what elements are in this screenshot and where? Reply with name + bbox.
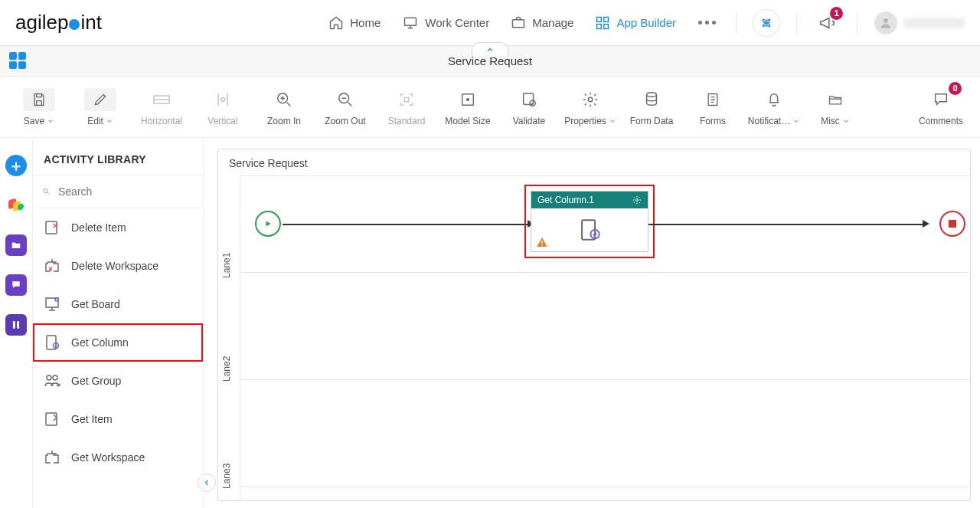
delete-item-icon — [43, 218, 61, 237]
main-area: ＋ ACTIVITY LIBRARY Delete Item Del — [0, 138, 980, 508]
comments-badge: 0 — [949, 82, 962, 95]
activity-library-sidebar: ACTIVITY LIBRARY Delete Item Delete Work… — [32, 138, 204, 508]
sidebar-search[interactable] — [33, 175, 203, 208]
search-input[interactable] — [57, 185, 194, 198]
sidebar-item-get-workspace[interactable]: Get Workspace — [33, 438, 203, 477]
tool-comments[interactable]: 0 Comments — [913, 82, 969, 133]
briefcase-icon — [511, 15, 526, 31]
database-icon — [643, 91, 660, 108]
canvas-title: Service Request — [229, 157, 308, 169]
svg-point-24 — [55, 298, 58, 301]
tool-misc[interactable]: Misc — [807, 82, 864, 133]
monitor-icon — [402, 15, 419, 31]
end-node[interactable] — [939, 211, 965, 237]
tool-properties[interactable]: Properties — [562, 82, 619, 133]
tool-edit-label: Edit — [87, 116, 103, 126]
sidebar-item-delete-workspace[interactable]: Delete Workspace — [33, 247, 203, 285]
svg-rect-3 — [604, 17, 609, 21]
collapse-titlebar[interactable] — [472, 42, 508, 56]
tool-validate[interactable]: Validate — [501, 82, 557, 133]
tool-zoomout[interactable]: Zoom Out — [317, 82, 374, 133]
tool-forms[interactable]: Forms — [684, 82, 741, 133]
tool-modelsize[interactable]: Model Size — [439, 82, 496, 133]
rail-folder[interactable] — [5, 234, 27, 256]
tool-zoomout-label: Zoom Out — [325, 116, 365, 126]
svg-rect-23 — [46, 298, 58, 307]
svg-rect-11 — [404, 97, 409, 102]
comment-icon — [932, 91, 950, 108]
svg-point-28 — [53, 375, 57, 380]
tool-misc-label: Misc — [821, 116, 840, 126]
sidebar-item-label: Get Column — [71, 336, 129, 349]
nav-workcenter[interactable]: Work Center — [402, 15, 489, 31]
user-menu[interactable] — [874, 11, 965, 34]
sidebar-item-get-board[interactable]: Get Board — [33, 285, 203, 323]
home-icon — [328, 15, 344, 31]
flow-connector — [283, 224, 529, 225]
sidebar-item-get-item[interactable]: Get Item — [33, 400, 203, 438]
nav-appbuilder[interactable]: App Builder — [595, 15, 676, 31]
bell-icon — [766, 91, 782, 108]
play-icon — [263, 219, 273, 228]
chevron-left-icon — [202, 478, 211, 487]
lane-separator — [240, 487, 970, 487]
dashboard-toggle[interactable] — [9, 52, 28, 69]
lane-label-3: Lane3 — [221, 464, 232, 489]
tool-standard: Standard — [378, 82, 435, 133]
chevron-down-icon — [609, 117, 616, 125]
tool-zoomin[interactable]: Zoom In — [256, 82, 312, 133]
nav-manage[interactable]: Manage — [511, 15, 573, 31]
tool-horizontal: Horizontal — [133, 82, 190, 133]
sidebar-item-get-group[interactable]: Get Group — [33, 362, 203, 400]
divider — [736, 12, 737, 34]
tool-formdata[interactable]: Form Data — [623, 82, 680, 133]
workspace-icon — [43, 448, 61, 467]
left-rail: ＋ — [0, 138, 32, 508]
svg-point-27 — [47, 375, 51, 380]
lane-labels: Lane1 Lane2 Lane3 — [218, 186, 240, 500]
apps-icon — [595, 15, 610, 31]
sidebar-list: Delete Item Delete Workspace Get Board G… — [33, 208, 203, 477]
top-nav: agilepint Home Work Center Manage App Bu… — [0, 0, 980, 46]
nav-workcenter-label: Work Center — [425, 16, 489, 29]
sidebar-title: ACTIVITY LIBRARY — [33, 138, 203, 175]
tool-edit[interactable]: Edit — [72, 82, 129, 133]
notification-badge: 1 — [830, 7, 843, 20]
rail-chat[interactable] — [5, 274, 27, 296]
svg-rect-1 — [513, 19, 524, 27]
gear-icon[interactable] — [632, 195, 642, 205]
lane-separator — [240, 175, 970, 176]
pinwheel-icon — [760, 16, 773, 30]
collapse-sidebar[interactable] — [198, 474, 216, 492]
tool-save-label: Save — [24, 116, 44, 126]
sidebar-item-delete-item[interactable]: Delete Item — [33, 208, 203, 247]
fit-standard-icon — [398, 91, 415, 108]
process-canvas[interactable]: Service Request Lane1 Lane2 Lane3 Get Co… — [217, 149, 971, 501]
avatar-icon — [874, 11, 897, 34]
tool-notifications[interactable]: Notificat… — [746, 82, 802, 133]
activity-get-column[interactable]: Get Column.1 — [524, 185, 655, 258]
chevron-down-icon — [792, 117, 800, 125]
tool-formdata-label: Form Data — [630, 116, 674, 126]
rail-add-button[interactable]: ＋ — [5, 155, 27, 176]
warning-icon — [536, 236, 548, 248]
svg-rect-19 — [13, 321, 15, 328]
rail-monday[interactable] — [5, 195, 27, 216]
divider — [796, 12, 797, 34]
tool-validate-label: Validate — [513, 116, 545, 126]
svg-rect-20 — [17, 321, 19, 328]
svg-rect-5 — [604, 24, 609, 28]
announcements-button[interactable]: 1 — [814, 10, 840, 36]
sidebar-item-label: Delete Item — [71, 221, 126, 234]
sidebar-item-get-column[interactable]: Get Column — [33, 323, 203, 362]
svg-point-17 — [647, 92, 657, 97]
nav-home[interactable]: Home — [328, 15, 381, 31]
chevron-up-icon — [485, 45, 495, 54]
start-node[interactable] — [255, 211, 281, 237]
sync-button[interactable] — [753, 10, 779, 36]
column-icon — [43, 333, 61, 352]
sidebar-item-label: Get Workspace — [71, 451, 145, 464]
tool-save[interactable]: Save — [11, 82, 67, 133]
rail-pause[interactable] — [5, 314, 27, 336]
nav-more[interactable] — [697, 21, 716, 25]
